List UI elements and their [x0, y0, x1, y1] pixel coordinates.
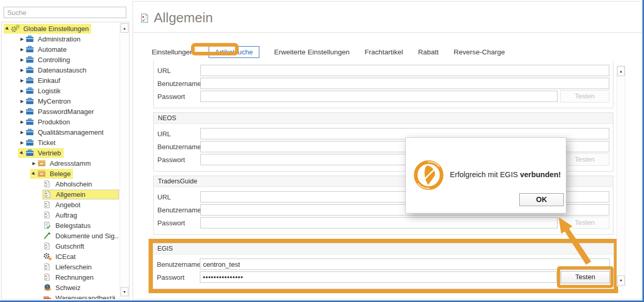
- tree-item-adressstamm[interactable]: ▶Adressstamm: [2, 158, 119, 168]
- expander-collapsed-icon[interactable]: ▶: [19, 78, 25, 83]
- tree-item-controlling[interactable]: ▶Controlling: [2, 54, 119, 65]
- top-url-input[interactable]: [200, 65, 609, 76]
- tree-item-lieferschein[interactable]: Lieferschein: [2, 262, 119, 272]
- tree-item-belegstatus[interactable]: Belegstatus: [2, 220, 119, 231]
- tree-item-allgemein[interactable]: Allgemein: [2, 189, 119, 199]
- tree-item-label: Globale Einstellungen: [23, 25, 89, 33]
- tree-item-content: Schweiz: [42, 283, 83, 293]
- settings-tree-panel: ▶Globale Einstellungen▶Administration▶Au…: [1, 22, 129, 299]
- tab-frachtartikel[interactable]: Frachtartikel: [364, 46, 403, 58]
- briefcase-icon: [25, 45, 35, 53]
- expander-collapsed-icon[interactable]: ▶: [19, 68, 25, 73]
- tree-item-content: ▶Automate: [18, 45, 69, 54]
- field-row-password: PasswortTesten: [157, 217, 609, 228]
- top-testen-button[interactable]: Testen: [560, 90, 609, 103]
- expander-collapsed-icon[interactable]: ▶: [19, 89, 25, 93]
- egis-password-input[interactable]: [200, 271, 557, 283]
- egis-username-input[interactable]: [200, 258, 610, 270]
- tree-item-qualit-tsmanagement[interactable]: ▶Qualitätsmanagement: [2, 127, 119, 137]
- top-password-input[interactable]: [200, 91, 558, 102]
- field-row-password: PasswortTesten: [157, 91, 609, 102]
- tree-item-gutschrift[interactable]: Gutschrift: [2, 241, 119, 251]
- url-label: URL: [157, 193, 200, 201]
- tree-item-logistik[interactable]: ▶Logistik: [2, 85, 119, 96]
- doc-icon: [43, 242, 53, 250]
- globe-icon: [43, 283, 53, 292]
- ok-button[interactable]: OK: [519, 193, 564, 206]
- username-label: Benutzername: [157, 143, 200, 151]
- briefcase-icon: [25, 87, 35, 95]
- expander-collapsed-icon[interactable]: ▶: [19, 120, 25, 124]
- expander-collapsed-icon[interactable]: ▶: [19, 99, 25, 104]
- tree-item-label: Gutschrift: [55, 242, 84, 250]
- tree-item-rechnungen[interactable]: Rechnungen: [2, 272, 119, 282]
- tree-item-abholschein[interactable]: Abholschein: [2, 179, 119, 189]
- tree-item-label: Belegstatus: [55, 222, 91, 229]
- search-input[interactable]: [4, 7, 126, 18]
- briefcase-icon: [25, 66, 35, 74]
- tree-item-produktion[interactable]: ▶Produktion: [2, 117, 119, 127]
- tree-item-label: Einkauf: [38, 77, 60, 84]
- expander-collapsed-icon[interactable]: ▶: [19, 37, 25, 41]
- tree-item-auftrag[interactable]: Auftrag: [2, 210, 119, 220]
- centron-logo-icon: [412, 159, 445, 192]
- tab-erweiterte-einstellungen[interactable]: Erweiterte Einstellungen: [274, 46, 350, 58]
- tree-item-ticket[interactable]: ▶Ticket: [2, 137, 119, 148]
- expander-expanded-icon[interactable]: ▶: [30, 169, 38, 178]
- tree-item-dokumente-und-sig[interactable]: Dokumente und Sig...: [2, 231, 119, 241]
- scroll-up-icon[interactable]: ▲: [617, 66, 625, 76]
- tradersguide-password-input[interactable]: [200, 217, 558, 228]
- expander-collapsed-icon[interactable]: ▶: [19, 47, 25, 52]
- document-check-icon: [139, 13, 150, 23]
- tree-item-label: PasswordManager: [38, 108, 94, 116]
- connection-success-dialog: Erfolgreich mit EGIS verbunden! OK: [405, 137, 566, 213]
- tree-item-content: Auftrag: [42, 210, 80, 220]
- tree-item-icecat[interactable]: ICEcat: [2, 251, 119, 262]
- tree-item-administration[interactable]: ▶Administration: [2, 34, 119, 44]
- tree-item-label: ICEcat: [55, 253, 76, 261]
- box-icon: [37, 159, 47, 167]
- scroll-down-icon[interactable]: ▼: [617, 276, 625, 285]
- tree-item-angebot[interactable]: Angebot: [2, 199, 119, 210]
- section-highlight-annotation: EGISBenutzernamePasswortTesten: [149, 239, 618, 293]
- expander-collapsed-icon[interactable]: ▶: [19, 57, 25, 62]
- tab-reverse-charge[interactable]: Reverse-Charge: [453, 46, 505, 58]
- tree-item-mycentron[interactable]: ▶MyCentron: [2, 96, 119, 106]
- scroll-up-icon[interactable]: ▲: [121, 23, 128, 33]
- title-divider: [133, 32, 641, 33]
- briefcase-icon: [25, 55, 35, 64]
- tree-scrollbar[interactable]: ▲ ▼: [120, 23, 128, 298]
- tree-item-datenaustausch[interactable]: ▶Datenaustausch: [2, 65, 119, 75]
- tradersguide-testen-button[interactable]: Testen: [560, 217, 609, 229]
- tree-item-passwordmanager[interactable]: ▶PasswordManager: [2, 106, 119, 117]
- tab-artikelsuche[interactable]: Artikelsuche: [209, 46, 259, 58]
- tree-item-content: ICEcat: [42, 252, 78, 262]
- expander-collapsed-icon[interactable]: ▶: [19, 130, 25, 135]
- neos-testen-button[interactable]: Testen: [560, 153, 609, 166]
- expander-collapsed-icon[interactable]: ▶: [19, 109, 25, 114]
- content-scrollbar[interactable]: ▲ ▼: [617, 65, 625, 286]
- tab-rabatt[interactable]: Rabatt: [418, 46, 438, 58]
- egis-testen-button[interactable]: Testen: [561, 271, 610, 283]
- tree-item-vertrieb[interactable]: ▶Vertrieb: [2, 148, 119, 158]
- tab-einstellungen[interactable]: Einstellungen: [152, 46, 194, 58]
- doc-icon: [43, 211, 53, 219]
- expander-collapsed-icon[interactable]: ▶: [31, 161, 37, 166]
- expander-expanded-icon[interactable]: ▶: [4, 24, 12, 33]
- tree-item-warenversandbest[interactable]: Warenversandbestä: [2, 293, 119, 299]
- tree-item-schweiz[interactable]: Schweiz: [2, 282, 119, 293]
- tree-item-content: ▶Einkauf: [18, 76, 63, 85]
- expander-collapsed-icon[interactable]: ▶: [19, 140, 25, 145]
- top-username-input[interactable]: [200, 78, 609, 89]
- expander-expanded-icon[interactable]: ▶: [18, 149, 26, 157]
- tree-item-globale-einstellungen[interactable]: ▶Globale Einstellungen: [2, 23, 119, 34]
- tree-item-einkauf[interactable]: ▶Einkauf: [2, 75, 119, 85]
- tree-item-label: Lieferschein: [55, 263, 92, 271]
- briefcase-icon: [25, 35, 35, 43]
- tree-item-automate[interactable]: ▶Automate: [2, 44, 119, 54]
- page-title: Allgemein: [154, 10, 213, 26]
- username-label: Benutzername: [157, 80, 200, 88]
- briefcase-icon: [25, 107, 35, 116]
- tree-item-belege[interactable]: ▶Belege: [2, 168, 119, 179]
- scroll-down-icon[interactable]: ▼: [121, 287, 128, 296]
